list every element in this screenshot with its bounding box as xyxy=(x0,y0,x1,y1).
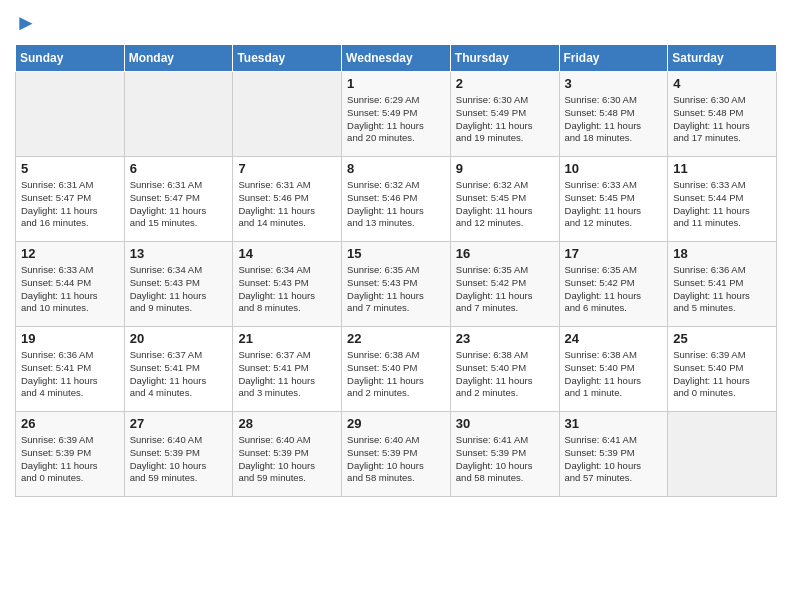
calendar-cell: 18Sunrise: 6:36 AM Sunset: 5:41 PM Dayli… xyxy=(668,242,777,327)
day-number: 1 xyxy=(347,76,445,91)
day-info: Sunrise: 6:35 AM Sunset: 5:42 PM Dayligh… xyxy=(565,264,663,315)
day-number: 6 xyxy=(130,161,228,176)
weekday-header: Monday xyxy=(124,45,233,72)
calendar-cell: 20Sunrise: 6:37 AM Sunset: 5:41 PM Dayli… xyxy=(124,327,233,412)
day-number: 5 xyxy=(21,161,119,176)
calendar-cell: 28Sunrise: 6:40 AM Sunset: 5:39 PM Dayli… xyxy=(233,412,342,497)
logo-bird-icon: ► xyxy=(15,10,37,35)
page-header: ► xyxy=(15,10,777,36)
day-info: Sunrise: 6:39 AM Sunset: 5:40 PM Dayligh… xyxy=(673,349,771,400)
calendar-cell: 30Sunrise: 6:41 AM Sunset: 5:39 PM Dayli… xyxy=(450,412,559,497)
calendar-cell: 23Sunrise: 6:38 AM Sunset: 5:40 PM Dayli… xyxy=(450,327,559,412)
calendar-cell: 31Sunrise: 6:41 AM Sunset: 5:39 PM Dayli… xyxy=(559,412,668,497)
calendar-cell: 17Sunrise: 6:35 AM Sunset: 5:42 PM Dayli… xyxy=(559,242,668,327)
day-info: Sunrise: 6:29 AM Sunset: 5:49 PM Dayligh… xyxy=(347,94,445,145)
day-info: Sunrise: 6:41 AM Sunset: 5:39 PM Dayligh… xyxy=(456,434,554,485)
calendar-cell: 7Sunrise: 6:31 AM Sunset: 5:46 PM Daylig… xyxy=(233,157,342,242)
day-info: Sunrise: 6:35 AM Sunset: 5:42 PM Dayligh… xyxy=(456,264,554,315)
calendar-week-row: 1Sunrise: 6:29 AM Sunset: 5:49 PM Daylig… xyxy=(16,72,777,157)
day-info: Sunrise: 6:38 AM Sunset: 5:40 PM Dayligh… xyxy=(565,349,663,400)
day-info: Sunrise: 6:38 AM Sunset: 5:40 PM Dayligh… xyxy=(456,349,554,400)
day-info: Sunrise: 6:36 AM Sunset: 5:41 PM Dayligh… xyxy=(21,349,119,400)
day-number: 18 xyxy=(673,246,771,261)
calendar-header-row: SundayMondayTuesdayWednesdayThursdayFrid… xyxy=(16,45,777,72)
calendar-week-row: 19Sunrise: 6:36 AM Sunset: 5:41 PM Dayli… xyxy=(16,327,777,412)
weekday-header: Tuesday xyxy=(233,45,342,72)
calendar-cell: 11Sunrise: 6:33 AM Sunset: 5:44 PM Dayli… xyxy=(668,157,777,242)
day-info: Sunrise: 6:33 AM Sunset: 5:44 PM Dayligh… xyxy=(673,179,771,230)
calendar-cell: 5Sunrise: 6:31 AM Sunset: 5:47 PM Daylig… xyxy=(16,157,125,242)
day-number: 27 xyxy=(130,416,228,431)
day-number: 25 xyxy=(673,331,771,346)
day-number: 11 xyxy=(673,161,771,176)
day-info: Sunrise: 6:34 AM Sunset: 5:43 PM Dayligh… xyxy=(130,264,228,315)
day-info: Sunrise: 6:37 AM Sunset: 5:41 PM Dayligh… xyxy=(130,349,228,400)
day-info: Sunrise: 6:33 AM Sunset: 5:44 PM Dayligh… xyxy=(21,264,119,315)
day-info: Sunrise: 6:39 AM Sunset: 5:39 PM Dayligh… xyxy=(21,434,119,485)
day-number: 22 xyxy=(347,331,445,346)
day-info: Sunrise: 6:40 AM Sunset: 5:39 PM Dayligh… xyxy=(238,434,336,485)
calendar-cell: 27Sunrise: 6:40 AM Sunset: 5:39 PM Dayli… xyxy=(124,412,233,497)
day-info: Sunrise: 6:33 AM Sunset: 5:45 PM Dayligh… xyxy=(565,179,663,230)
weekday-header: Thursday xyxy=(450,45,559,72)
day-number: 20 xyxy=(130,331,228,346)
day-info: Sunrise: 6:31 AM Sunset: 5:46 PM Dayligh… xyxy=(238,179,336,230)
calendar-cell: 19Sunrise: 6:36 AM Sunset: 5:41 PM Dayli… xyxy=(16,327,125,412)
day-number: 8 xyxy=(347,161,445,176)
day-number: 19 xyxy=(21,331,119,346)
calendar-cell: 12Sunrise: 6:33 AM Sunset: 5:44 PM Dayli… xyxy=(16,242,125,327)
day-info: Sunrise: 6:36 AM Sunset: 5:41 PM Dayligh… xyxy=(673,264,771,315)
calendar-cell: 15Sunrise: 6:35 AM Sunset: 5:43 PM Dayli… xyxy=(342,242,451,327)
calendar-cell xyxy=(668,412,777,497)
day-number: 15 xyxy=(347,246,445,261)
logo: ► xyxy=(15,10,37,36)
day-number: 9 xyxy=(456,161,554,176)
calendar-cell: 2Sunrise: 6:30 AM Sunset: 5:49 PM Daylig… xyxy=(450,72,559,157)
day-info: Sunrise: 6:31 AM Sunset: 5:47 PM Dayligh… xyxy=(21,179,119,230)
weekday-header: Wednesday xyxy=(342,45,451,72)
calendar-cell: 22Sunrise: 6:38 AM Sunset: 5:40 PM Dayli… xyxy=(342,327,451,412)
calendar-cell: 6Sunrise: 6:31 AM Sunset: 5:47 PM Daylig… xyxy=(124,157,233,242)
day-number: 26 xyxy=(21,416,119,431)
day-info: Sunrise: 6:40 AM Sunset: 5:39 PM Dayligh… xyxy=(347,434,445,485)
calendar-cell: 14Sunrise: 6:34 AM Sunset: 5:43 PM Dayli… xyxy=(233,242,342,327)
day-number: 16 xyxy=(456,246,554,261)
day-info: Sunrise: 6:41 AM Sunset: 5:39 PM Dayligh… xyxy=(565,434,663,485)
day-number: 2 xyxy=(456,76,554,91)
calendar-cell: 10Sunrise: 6:33 AM Sunset: 5:45 PM Dayli… xyxy=(559,157,668,242)
day-number: 30 xyxy=(456,416,554,431)
calendar-cell: 13Sunrise: 6:34 AM Sunset: 5:43 PM Dayli… xyxy=(124,242,233,327)
day-number: 14 xyxy=(238,246,336,261)
day-number: 31 xyxy=(565,416,663,431)
day-number: 12 xyxy=(21,246,119,261)
day-info: Sunrise: 6:30 AM Sunset: 5:48 PM Dayligh… xyxy=(673,94,771,145)
calendar-cell: 24Sunrise: 6:38 AM Sunset: 5:40 PM Dayli… xyxy=(559,327,668,412)
day-info: Sunrise: 6:32 AM Sunset: 5:45 PM Dayligh… xyxy=(456,179,554,230)
calendar-cell: 25Sunrise: 6:39 AM Sunset: 5:40 PM Dayli… xyxy=(668,327,777,412)
day-info: Sunrise: 6:34 AM Sunset: 5:43 PM Dayligh… xyxy=(238,264,336,315)
day-number: 21 xyxy=(238,331,336,346)
day-number: 10 xyxy=(565,161,663,176)
calendar-week-row: 12Sunrise: 6:33 AM Sunset: 5:44 PM Dayli… xyxy=(16,242,777,327)
day-number: 28 xyxy=(238,416,336,431)
weekday-header: Friday xyxy=(559,45,668,72)
day-number: 3 xyxy=(565,76,663,91)
calendar-cell: 21Sunrise: 6:37 AM Sunset: 5:41 PM Dayli… xyxy=(233,327,342,412)
day-info: Sunrise: 6:30 AM Sunset: 5:49 PM Dayligh… xyxy=(456,94,554,145)
weekday-header: Saturday xyxy=(668,45,777,72)
calendar-table: SundayMondayTuesdayWednesdayThursdayFrid… xyxy=(15,44,777,497)
calendar-cell: 29Sunrise: 6:40 AM Sunset: 5:39 PM Dayli… xyxy=(342,412,451,497)
day-info: Sunrise: 6:38 AM Sunset: 5:40 PM Dayligh… xyxy=(347,349,445,400)
calendar-week-row: 5Sunrise: 6:31 AM Sunset: 5:47 PM Daylig… xyxy=(16,157,777,242)
calendar-cell xyxy=(233,72,342,157)
day-info: Sunrise: 6:35 AM Sunset: 5:43 PM Dayligh… xyxy=(347,264,445,315)
day-number: 4 xyxy=(673,76,771,91)
calendar-cell: 9Sunrise: 6:32 AM Sunset: 5:45 PM Daylig… xyxy=(450,157,559,242)
calendar-cell: 8Sunrise: 6:32 AM Sunset: 5:46 PM Daylig… xyxy=(342,157,451,242)
day-number: 7 xyxy=(238,161,336,176)
day-number: 13 xyxy=(130,246,228,261)
day-number: 17 xyxy=(565,246,663,261)
calendar-cell xyxy=(124,72,233,157)
calendar-cell xyxy=(16,72,125,157)
day-info: Sunrise: 6:30 AM Sunset: 5:48 PM Dayligh… xyxy=(565,94,663,145)
